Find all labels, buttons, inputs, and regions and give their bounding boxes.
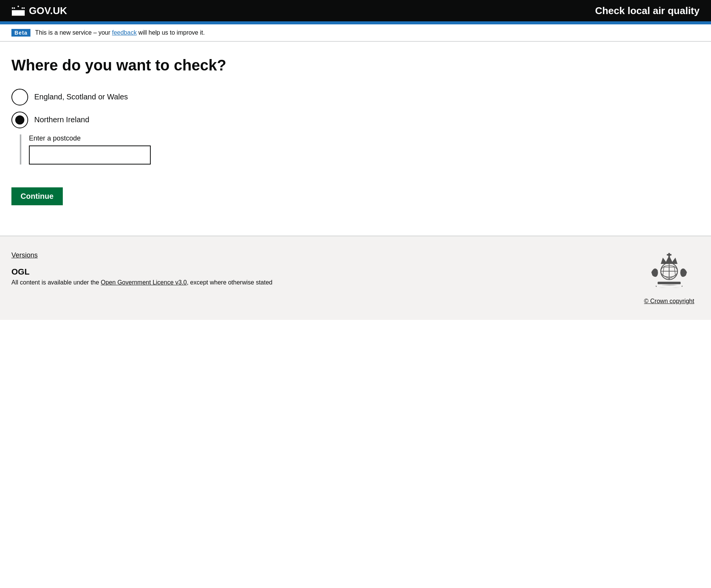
- location-radio-group: England, Scotland or Wales Northern Irel…: [11, 89, 278, 165]
- radio-label-northern-ireland[interactable]: Northern Ireland: [34, 112, 89, 124]
- postcode-label: Enter a postcode: [29, 134, 278, 142]
- ogl-text-after: , except where otherwise stated: [187, 279, 273, 286]
- crown-copyright-link[interactable]: © Crown copyright: [644, 298, 694, 305]
- radio-northern-ireland[interactable]: [11, 112, 28, 128]
- postcode-input[interactable]: [29, 145, 151, 165]
- beta-tag: Beta: [11, 29, 30, 37]
- feedback-link[interactable]: feedback: [112, 29, 137, 36]
- radio-label-england-scotland-wales[interactable]: England, Scotland or Wales: [34, 89, 128, 101]
- beta-banner: Beta This is a new service – your feedba…: [0, 24, 711, 42]
- govuk-logo-text: GOV.UK: [29, 5, 67, 17]
- footer-right: © Crown copyright: [639, 251, 700, 305]
- continue-button[interactable]: Continue: [11, 187, 63, 205]
- svg-rect-8: [658, 282, 681, 284]
- footer-ogl-section: OGL All content is available under the O…: [11, 267, 273, 286]
- page-heading: Where do you want to check?: [11, 57, 278, 74]
- beta-text-before-link: This is a new service – your: [35, 29, 112, 36]
- site-header: GOV.UK Check local air quality: [0, 0, 711, 21]
- beta-text: This is a new service – your feedback wi…: [35, 29, 205, 36]
- royal-crest-icon: [639, 251, 700, 293]
- footer-left: Versions OGL All content is available un…: [11, 251, 273, 286]
- versions-link[interactable]: Versions: [11, 251, 273, 259]
- blue-accent-bar: [0, 21, 711, 24]
- service-title: Check local air quality: [595, 5, 700, 17]
- main-content: Where do you want to check? England, Sco…: [0, 42, 711, 236]
- site-footer: Versions OGL All content is available un…: [0, 236, 711, 320]
- ogl-text-before: All content is available under the: [11, 279, 101, 286]
- radio-item-northern-ireland: Northern Ireland: [11, 112, 278, 128]
- ogl-badge: OGL: [11, 267, 273, 277]
- svg-rect-5: [667, 254, 671, 256]
- beta-text-after-link: will help us to improve it.: [137, 29, 205, 36]
- crown-logo-icon: [11, 5, 25, 17]
- govuk-logo-link[interactable]: GOV.UK: [11, 5, 67, 17]
- svg-rect-9: [657, 285, 682, 288]
- ogl-text: All content is available under the Open …: [11, 279, 273, 286]
- northern-ireland-conditional: Enter a postcode: [20, 134, 278, 165]
- radio-item-england: England, Scotland or Wales: [11, 89, 278, 105]
- radio-england-scotland-wales[interactable]: [11, 89, 28, 105]
- ogl-licence-link[interactable]: Open Government Licence v3.0: [101, 279, 187, 286]
